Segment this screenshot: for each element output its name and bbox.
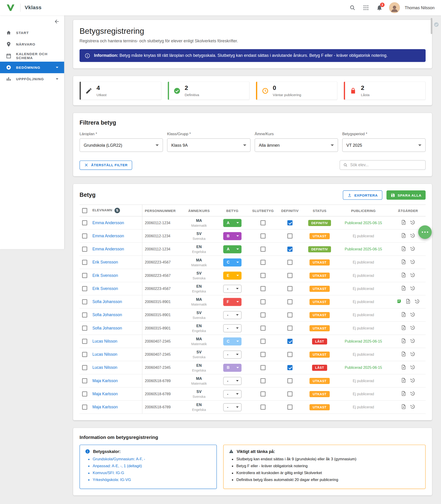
- row-checkbox[interactable]: [82, 233, 87, 238]
- select-mne-kurs[interactable]: Alla ämnen: [255, 138, 338, 152]
- add-note-icon-button[interactable]: [401, 219, 406, 225]
- sidebar-item-kalender-och-schema[interactable]: KALENDER OCH SCHEMA: [0, 50, 64, 62]
- slutbetyg-checkbox[interactable]: [260, 286, 266, 291]
- student-name-link[interactable]: Lucas Nilsson: [92, 352, 117, 357]
- row-checkbox[interactable]: [82, 378, 87, 383]
- grade-select[interactable]: -: [223, 390, 242, 398]
- grade-select[interactable]: -: [223, 311, 242, 319]
- history-icon-button[interactable]: [410, 404, 415, 409]
- history-icon-button[interactable]: [410, 351, 415, 357]
- slutbetyg-checkbox[interactable]: [260, 220, 266, 225]
- add-note-icon-button[interactable]: [401, 272, 406, 278]
- slutbetyg-checkbox[interactable]: [260, 247, 266, 252]
- slutbetyg-checkbox[interactable]: [260, 405, 266, 410]
- student-name-link[interactable]: Lucas Nilsson: [92, 365, 117, 370]
- student-name-link[interactable]: Erik Svensson: [92, 260, 118, 265]
- row-checkbox[interactable]: [82, 273, 87, 278]
- apps-grid-icon[interactable]: [360, 2, 372, 13]
- history-icon-button[interactable]: [410, 246, 415, 252]
- select-all-checkbox[interactable]: [82, 208, 87, 213]
- slutbetyg-checkbox[interactable]: [260, 365, 266, 370]
- row-checkbox[interactable]: [82, 299, 87, 304]
- definitiv-checkbox[interactable]: [287, 312, 292, 318]
- search-icon[interactable]: [346, 2, 358, 13]
- history-icon-button[interactable]: [410, 338, 415, 343]
- note-icon-button[interactable]: [396, 299, 402, 304]
- history-icon-button[interactable]: [410, 378, 415, 383]
- history-icon-button[interactable]: [410, 285, 415, 291]
- history-icon-button[interactable]: [410, 272, 415, 278]
- student-name-link[interactable]: Erik Svensson: [92, 286, 118, 291]
- sort-icon[interactable]: ⇅: [115, 208, 120, 213]
- grade-select[interactable]: F: [223, 298, 242, 306]
- add-note-icon-button[interactable]: [401, 351, 406, 357]
- history-icon-button[interactable]: [410, 233, 415, 238]
- slutbetyg-checkbox[interactable]: [260, 233, 266, 238]
- student-name-link[interactable]: Sofia Johansson: [92, 313, 122, 317]
- row-checkbox[interactable]: [82, 247, 87, 252]
- history-icon-button[interactable]: [410, 391, 415, 396]
- avatar[interactable]: [389, 2, 400, 13]
- grade-select[interactable]: A: [223, 245, 242, 253]
- definitiv-checkbox[interactable]: [287, 405, 292, 410]
- history-icon-button[interactable]: [414, 299, 420, 304]
- definitiv-checkbox[interactable]: [287, 326, 292, 331]
- student-name-link[interactable]: Maja Karlsson: [92, 378, 118, 383]
- history-icon-button[interactable]: [410, 312, 415, 317]
- definitiv-checkbox[interactable]: [287, 233, 292, 238]
- select-betygsperiod[interactable]: VT 2025: [342, 138, 425, 152]
- sidebar-item-n-rvaro[interactable]: NÄRVARO: [0, 39, 64, 50]
- history-icon-button[interactable]: [410, 259, 415, 265]
- grade-select[interactable]: -: [223, 403, 242, 411]
- grade-select[interactable]: B: [223, 232, 242, 240]
- row-checkbox[interactable]: [82, 339, 87, 344]
- student-name-link[interactable]: Emma Andersson: [92, 220, 124, 225]
- slutbetyg-checkbox[interactable]: [260, 326, 266, 331]
- collapse-sidebar-button[interactable]: [54, 19, 60, 24]
- definitiv-checkbox[interactable]: [287, 220, 292, 225]
- grade-select[interactable]: -: [223, 377, 242, 385]
- slutbetyg-checkbox[interactable]: [260, 299, 266, 304]
- add-note-icon-button[interactable]: [401, 404, 406, 409]
- slutbetyg-checkbox[interactable]: [260, 352, 266, 357]
- row-checkbox[interactable]: [82, 405, 87, 410]
- slutbetyg-checkbox[interactable]: [260, 273, 266, 278]
- student-search-input[interactable]: [350, 163, 422, 168]
- add-note-icon-button[interactable]: [401, 364, 406, 370]
- slutbetyg-checkbox[interactable]: [260, 260, 266, 265]
- slutbetyg-checkbox[interactable]: [260, 391, 266, 396]
- history-icon-button[interactable]: [410, 325, 415, 330]
- definitiv-checkbox[interactable]: [287, 365, 292, 370]
- slutbetyg-checkbox[interactable]: [260, 339, 266, 344]
- row-checkbox[interactable]: [82, 326, 87, 331]
- notifications-bell-icon[interactable]: 3: [374, 2, 385, 13]
- student-name-link[interactable]: Emma Andersson: [92, 234, 124, 238]
- more-actions-fab[interactable]: [418, 225, 432, 239]
- export-button[interactable]: EXPORTERA: [343, 190, 382, 200]
- definitiv-checkbox[interactable]: [287, 260, 292, 265]
- row-checkbox[interactable]: [82, 391, 87, 396]
- grade-select[interactable]: E: [223, 271, 242, 280]
- row-checkbox[interactable]: [82, 286, 87, 291]
- definitiv-checkbox[interactable]: [287, 299, 292, 304]
- definitiv-checkbox[interactable]: [287, 247, 292, 252]
- select-klass-grupp[interactable]: Klass 9A: [167, 138, 251, 152]
- definitiv-checkbox[interactable]: [287, 391, 292, 396]
- student-name-link[interactable]: Sofia Johansson: [92, 326, 122, 330]
- definitiv-checkbox[interactable]: [287, 273, 292, 278]
- reset-filter-button[interactable]: ÅTERSTÄLL FILTER: [79, 161, 132, 170]
- student-name-link[interactable]: Lucas Nilsson: [92, 339, 117, 344]
- scrollbar-thumb[interactable]: [431, 18, 432, 34]
- history-icon-button[interactable]: [410, 219, 415, 225]
- definitiv-checkbox[interactable]: [287, 378, 292, 383]
- add-note-icon-button[interactable]: [401, 246, 406, 252]
- student-name-link[interactable]: Maja Karlsson: [92, 405, 118, 409]
- row-checkbox[interactable]: [82, 365, 87, 370]
- grade-select[interactable]: -: [223, 350, 242, 358]
- student-name-link[interactable]: Erik Svensson: [92, 273, 118, 278]
- row-checkbox[interactable]: [82, 260, 87, 265]
- student-name-link[interactable]: Sofia Johansson: [92, 300, 122, 304]
- add-note-icon-button[interactable]: [401, 378, 406, 383]
- row-checkbox[interactable]: [82, 352, 87, 357]
- definitiv-checkbox[interactable]: [287, 352, 292, 357]
